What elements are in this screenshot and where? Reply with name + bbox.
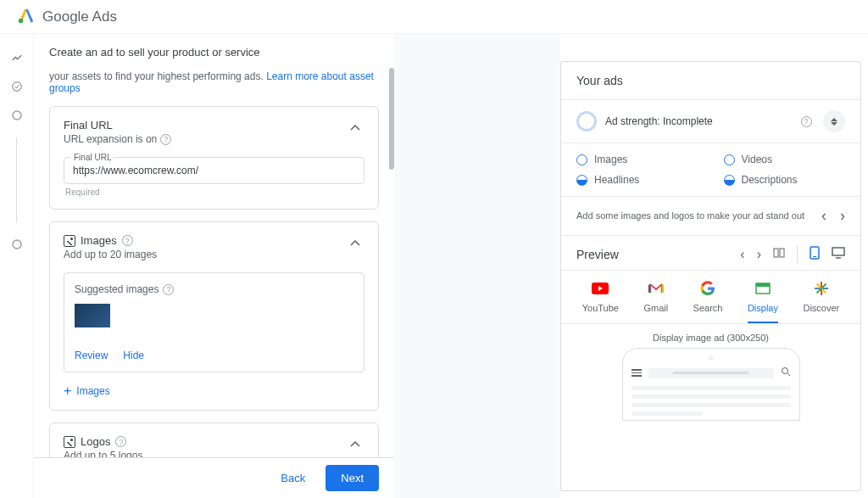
page-title: Create an ad to sell your product or ser… bbox=[34, 34, 394, 70]
svg-rect-8 bbox=[832, 248, 844, 255]
card-subtitle: Add up to 5 logos bbox=[64, 450, 346, 457]
next-button[interactable]: Next bbox=[326, 465, 379, 491]
card-subtitle: URL expansion is on ? bbox=[64, 133, 346, 145]
channel-tabs: YouTube Gmail Search Display Discover bbox=[561, 271, 860, 324]
logo: Google Ads bbox=[17, 6, 117, 27]
card-subtitle: Add up to 20 images bbox=[64, 249, 346, 260]
review-button[interactable]: Review bbox=[75, 350, 108, 361]
phone-speaker-icon bbox=[709, 355, 713, 360]
strength-label: Ad strength: Incomplete bbox=[605, 115, 789, 127]
svg-rect-7 bbox=[813, 256, 816, 257]
gap-column bbox=[394, 34, 560, 498]
google-icon bbox=[698, 279, 717, 298]
google-ads-icon bbox=[17, 6, 36, 27]
svg-point-12 bbox=[782, 368, 787, 374]
help-icon[interactable]: ? bbox=[160, 134, 171, 145]
mock-line bbox=[632, 386, 791, 390]
strength-meter-icon bbox=[576, 111, 597, 131]
tab-display[interactable]: Display bbox=[748, 279, 778, 323]
performance-icon[interactable] bbox=[10, 51, 24, 64]
phone-mockup bbox=[622, 348, 800, 421]
help-icon[interactable]: ? bbox=[163, 284, 174, 295]
svg-rect-4 bbox=[774, 249, 778, 257]
prev-preview-button[interactable]: ‹ bbox=[740, 247, 744, 262]
final-url-input[interactable] bbox=[73, 165, 355, 176]
ad-strength-row: Ad strength: Incomplete ? bbox=[561, 100, 860, 143]
svg-point-0 bbox=[19, 19, 24, 23]
status-headlines: Headlines bbox=[576, 174, 698, 186]
scrollbar[interactable] bbox=[389, 68, 394, 170]
mock-line bbox=[632, 403, 791, 407]
mobile-icon[interactable] bbox=[810, 246, 820, 263]
svg-point-3 bbox=[13, 240, 21, 249]
check-step-icon[interactable] bbox=[10, 80, 24, 93]
gmail-icon bbox=[647, 279, 665, 298]
collapse-button[interactable] bbox=[823, 110, 845, 132]
final-url-field: Final URL bbox=[64, 157, 364, 184]
preview-title: Preview bbox=[576, 248, 740, 261]
app-header: Google Ads bbox=[0, 0, 868, 34]
tab-gmail[interactable]: Gmail bbox=[643, 279, 668, 323]
status-descriptions: Descriptions bbox=[724, 174, 846, 186]
suggested-image-thumb[interactable] bbox=[75, 304, 110, 327]
suggestion-row: Add some images and logos to make your a… bbox=[561, 197, 860, 236]
discover-icon bbox=[812, 279, 831, 298]
desktop-icon[interactable] bbox=[832, 247, 845, 262]
tab-discover[interactable]: Discover bbox=[803, 279, 839, 323]
mock-line bbox=[632, 394, 791, 399]
search-icon bbox=[781, 367, 791, 379]
status-videos: Videos bbox=[724, 154, 846, 165]
chevron-up-icon[interactable] bbox=[346, 234, 364, 253]
images-card: Images ? Add up to 20 images Suggested i… bbox=[49, 221, 379, 411]
chevron-up-icon[interactable] bbox=[346, 119, 364, 137]
empty-step-icon[interactable] bbox=[10, 238, 24, 251]
footer-actions: Back Next bbox=[34, 457, 394, 498]
product-name: Google Ads bbox=[42, 8, 117, 25]
display-icon bbox=[754, 279, 772, 298]
next-suggestion-button[interactable]: › bbox=[840, 207, 845, 225]
svg-rect-11 bbox=[756, 283, 770, 287]
hide-button[interactable]: Hide bbox=[123, 350, 144, 361]
preview-panel: Your ads Ad strength: Incomplete ? Image… bbox=[560, 61, 861, 491]
mock-search-box bbox=[648, 368, 774, 378]
final-url-card: Final URL URL expansion is on ? Final UR… bbox=[49, 106, 379, 210]
youtube-icon bbox=[591, 279, 609, 298]
preview-header: Your ads bbox=[561, 62, 860, 100]
plus-icon: + bbox=[64, 384, 71, 398]
status-grid: Images Videos Headlines Descriptions bbox=[561, 143, 860, 197]
svg-point-1 bbox=[12, 82, 21, 92]
help-icon[interactable]: ? bbox=[798, 113, 815, 130]
tab-youtube[interactable]: YouTube bbox=[582, 279, 619, 323]
hamburger-icon bbox=[632, 369, 642, 377]
empty-step-icon[interactable] bbox=[10, 109, 24, 122]
image-icon bbox=[64, 235, 75, 247]
status-images: Images bbox=[576, 154, 698, 165]
progress-rail bbox=[0, 34, 34, 498]
suggested-images-box: Suggested images ? Review Hide bbox=[64, 272, 364, 372]
card-title: Images bbox=[81, 234, 117, 247]
help-icon[interactable]: ? bbox=[115, 436, 126, 447]
mock-ad-label: Display image ad (300x250) bbox=[561, 324, 860, 348]
logos-card: Logos ? Add up to 5 logos + Logos bbox=[49, 422, 379, 457]
mock-line bbox=[632, 411, 704, 416]
chevron-up-icon[interactable] bbox=[346, 435, 364, 454]
next-preview-button[interactable]: › bbox=[757, 247, 761, 262]
back-button[interactable]: Back bbox=[269, 465, 317, 491]
add-images-button[interactable]: + Images bbox=[64, 384, 364, 398]
suggestion-text: Add some images and logos to make your a… bbox=[576, 209, 821, 223]
image-icon bbox=[64, 436, 75, 448]
help-icon[interactable]: ? bbox=[122, 235, 133, 246]
svg-rect-5 bbox=[780, 249, 784, 257]
tab-search[interactable]: Search bbox=[693, 279, 723, 323]
svg-point-2 bbox=[13, 111, 21, 120]
side-by-side-icon[interactable] bbox=[773, 247, 785, 262]
required-note: Required bbox=[65, 187, 364, 197]
preview-toolbar: Preview ‹ › bbox=[561, 236, 860, 271]
editor-column: Create an ad to sell your product or ser… bbox=[34, 34, 394, 498]
card-title: Logos bbox=[81, 435, 110, 448]
prev-suggestion-button[interactable]: ‹ bbox=[821, 207, 826, 225]
card-title: Final URL bbox=[64, 119, 346, 131]
hint-text: your assets to find your highest perform… bbox=[49, 70, 379, 94]
